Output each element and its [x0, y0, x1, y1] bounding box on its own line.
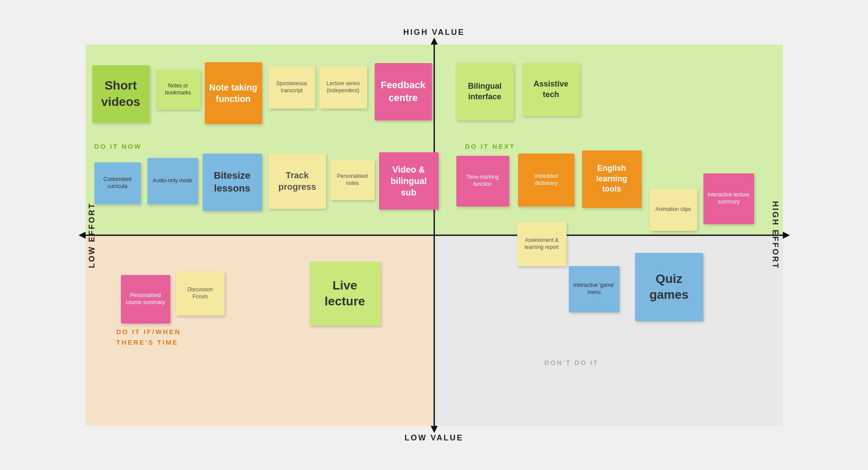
note-assessment-report[interactable]: Assessment & learning report: [517, 222, 567, 266]
note-track-progress[interactable]: Track progress: [269, 154, 326, 209]
note-bilingual-interface[interactable]: Bilingual interface: [456, 63, 514, 120]
label-do-if-line2: THERE'S TIME: [116, 338, 178, 346]
note-short-videos[interactable]: Short videos: [92, 65, 150, 123]
note-note-taking[interactable]: Note taking function: [205, 62, 262, 124]
axis-bottom-label: LOW VALUE: [405, 433, 464, 443]
priority-matrix: HIGH VALUE LOW VALUE LOW EFFORT HIGH EFF…: [59, 28, 809, 443]
arrow-down: [431, 426, 438, 433]
note-lecture-series[interactable]: Lecture series (independent): [319, 67, 367, 109]
axis-top-label: HIGH VALUE: [403, 28, 465, 37]
note-bitesize-lessons[interactable]: Bitesize lessons: [203, 154, 262, 211]
note-animation-clips[interactable]: Animation clips: [650, 189, 697, 231]
arrow-up: [431, 38, 438, 45]
arrow-right: [783, 232, 790, 239]
note-discussion-forum[interactable]: Discussion Forum: [176, 271, 225, 316]
note-quiz-games[interactable]: Quiz games: [635, 253, 703, 321]
axis-left-label: LOW EFFORT: [87, 202, 96, 268]
note-notes-bookmarks[interactable]: Notes or bookmarks: [156, 70, 200, 109]
label-do-if-line1: DO IT IF/WHEN: [116, 328, 181, 335]
label-do-now: DO IT NOW: [94, 143, 142, 150]
note-customised-curricula[interactable]: Customised curricula: [94, 162, 141, 204]
note-imbedded-dictionary[interactable]: Imbedded dictionary: [518, 154, 575, 207]
label-dont-do: DON'T DO IT: [545, 359, 599, 366]
note-personalised-course[interactable]: Personalised course summary: [121, 275, 170, 323]
note-feedback-centre[interactable]: Feedback centre: [375, 63, 432, 120]
note-interactive-lecture[interactable]: Interactive lecture summary: [703, 173, 754, 224]
note-spontaneous[interactable]: Spontaneous transcript: [269, 67, 315, 109]
note-assistive-tech[interactable]: Assistive tech: [522, 63, 580, 116]
label-do-next: DO IT NEXT: [465, 143, 515, 150]
note-interactive-game[interactable]: Interactive 'game' menu: [569, 266, 620, 312]
quadrant-bottom-right: [435, 236, 783, 426]
note-live-lecture[interactable]: Live lecture: [310, 262, 380, 326]
arrow-left: [79, 232, 86, 239]
note-english-learning[interactable]: English learning tools: [582, 150, 642, 208]
note-personalised-notes[interactable]: Personalised notes: [331, 160, 375, 200]
note-video-bilingual[interactable]: Video & bilingual sub: [379, 152, 439, 210]
note-time-marking[interactable]: Time-marking function: [456, 156, 509, 207]
axis-right-label: HIGH EFFORT: [770, 201, 780, 269]
note-audio-only[interactable]: Audio-only mode: [147, 158, 198, 204]
horizontal-axis: [81, 234, 787, 236]
